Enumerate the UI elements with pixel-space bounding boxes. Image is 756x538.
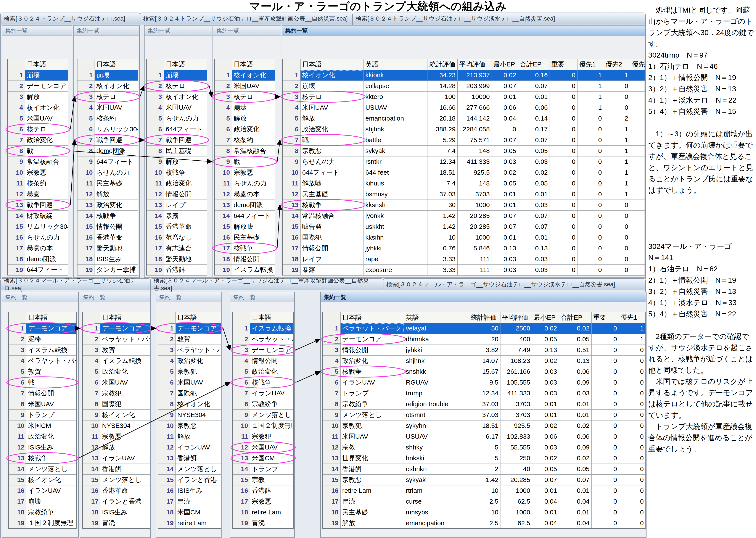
- panel-titlebar[interactable]: 集約一覧: [80, 292, 150, 302]
- table-row[interactable]: 9NYSE304: [158, 409, 221, 420]
- column-header[interactable]: 日本語: [100, 312, 150, 323]
- table-row[interactable]: 15メンツ落とし: [82, 474, 150, 485]
- table-row[interactable]: 14メンツ落とし: [8, 463, 76, 474]
- table-row[interactable]: 4米国UAV: [77, 102, 138, 113]
- table-row[interactable]: 17有志連合: [146, 243, 207, 254]
- table-row[interactable]: 5核条約: [77, 113, 138, 124]
- table-row[interactable]: 7イランUAV: [232, 388, 294, 399]
- table-row[interactable]: 15嘘告発uskkht1.4220.2850.070.07000: [282, 221, 645, 232]
- table-row[interactable]: 19イスラム転換: [215, 264, 275, 275]
- table-row[interactable]: 12宗教shhky555.5550.030.0900: [323, 442, 646, 453]
- table-row[interactable]: 9メンツ落としotsmnt37.0337030.010.0100: [323, 409, 646, 420]
- table-row[interactable]: 9戦: [215, 156, 275, 167]
- table-row[interactable]: 4政治変化shjhnk14.07108.230.020.1300: [323, 355, 646, 366]
- table-row[interactable]: 11宗教犯: [232, 431, 294, 442]
- table-row[interactable]: 11政治変化: [146, 178, 207, 189]
- table-row[interactable]: 8米国UAV: [8, 399, 76, 409]
- table-row[interactable]: 15宗教: [232, 474, 294, 485]
- table-row[interactable]: 17情報公開jyhkki0.765.8460.130.13000: [282, 243, 645, 254]
- table-row[interactable]: 19解放emancipation2.562.50.040.0400: [323, 518, 646, 528]
- table-row[interactable]: 5解放: [215, 113, 275, 124]
- table-row[interactable]: 6米国UAV: [82, 377, 150, 388]
- window-titlebar[interactable]: 検索[３０２４マール・ア・ラーゴ__サウジ石油テロ__軍産攻撃計画公表__自然災…: [151, 279, 383, 290]
- table-row[interactable]: 10644フィート644 feet18.51925.50.020.02001: [282, 167, 645, 178]
- table-row[interactable]: 17宗教悪: [232, 496, 294, 507]
- table-row[interactable]: 19タンカー拿捕: [77, 264, 138, 275]
- table-row[interactable]: 1デーモンコア: [82, 323, 150, 334]
- table-row[interactable]: 1核イオン化: [215, 70, 275, 81]
- column-header[interactable]: 英語: [404, 312, 469, 323]
- table-row[interactable]: 8核イオン化: [158, 399, 221, 409]
- panel-titlebar[interactable]: 集約一覧: [156, 292, 221, 302]
- table-row[interactable]: 5米国UAV: [8, 113, 68, 124]
- table-row[interactable]: 15リムリック304: [8, 221, 68, 232]
- table-row[interactable]: 15核イオン化: [8, 474, 76, 485]
- table-row[interactable]: 2敦賀: [158, 334, 221, 345]
- table-row[interactable]: 3イスラム転換: [8, 345, 76, 355]
- column-header[interactable]: 優先: [630, 59, 645, 70]
- table-row[interactable]: 11解放: [158, 431, 221, 442]
- table-row[interactable]: 3敦賀: [82, 345, 150, 355]
- table-row[interactable]: 17核戦争: [215, 243, 275, 254]
- table-row[interactable]: 19暴露exposure3.331110.030.03000: [282, 264, 645, 275]
- table-row[interactable]: 7トランプtrump12.34411.3330.030.0300: [323, 388, 646, 399]
- table-row[interactable]: 17冒涜: [158, 496, 221, 507]
- table-row[interactable]: 12暴露の本: [215, 189, 275, 199]
- table-row[interactable]: 14トランプ: [232, 463, 294, 474]
- table-row[interactable]: 6644フィート: [146, 124, 207, 134]
- column-header[interactable]: 最小EP: [492, 59, 518, 70]
- table-row[interactable]: 14暴露: [146, 210, 207, 221]
- table-row[interactable]: 5政治変化: [232, 366, 294, 377]
- table-row[interactable]: 19644フィート: [8, 264, 68, 275]
- table-row[interactable]: 12解放: [77, 189, 138, 199]
- table-row[interactable]: 8国際犯: [82, 399, 150, 409]
- table-row[interactable]: 16香港革命: [82, 485, 150, 496]
- table-row[interactable]: 14核戦争: [77, 210, 138, 221]
- table-row[interactable]: 10宗教悪: [215, 167, 275, 178]
- table-row[interactable]: 15解放嘘: [215, 221, 275, 232]
- table-row[interactable]: 7戦争回避: [77, 134, 138, 145]
- panel-titlebar[interactable]: 集約一覧: [144, 26, 212, 36]
- table-row[interactable]: 18ISIS生み: [77, 254, 138, 264]
- table-row[interactable]: 11米国UAVUSUAV6.17102.8330.060.0600: [323, 431, 646, 442]
- table-row[interactable]: 17崩壊: [8, 496, 76, 507]
- table-row[interactable]: 8常温核融合: [215, 145, 275, 156]
- table-row[interactable]: 3デーモンコア: [232, 345, 294, 355]
- column-header[interactable]: 日本語: [250, 312, 294, 323]
- window-titlebar[interactable]: 検索[３０２４マール・ア・ラーゴ__サウジ石油テロ__サウジ淡水テロ__自然災害…: [383, 279, 645, 290]
- column-header[interactable]: 平均評価: [457, 59, 492, 70]
- table-row[interactable]: 3核イオン化: [146, 91, 207, 102]
- table-row[interactable]: 7国際犯: [158, 388, 221, 399]
- table-row[interactable]: 11解放嘘kihuus7.41480.050.05001: [282, 178, 645, 189]
- table-row[interactable]: 11宗教悪: [82, 431, 150, 442]
- panel-titlebar[interactable]: 集約一覧: [230, 292, 294, 302]
- table-row[interactable]: 18驚天動地: [146, 254, 207, 264]
- column-header[interactable]: 合計EP: [518, 59, 550, 70]
- table-row[interactable]: 8宗教紛争religion trouble37.0337030.010.0100: [323, 399, 646, 409]
- table-row[interactable]: 13核戦争kksnsh3010000.010.03000: [282, 199, 645, 210]
- column-header[interactable]: 英語: [364, 59, 428, 70]
- table-row[interactable]: 15イランと香港: [158, 474, 221, 485]
- column-header[interactable]: 日本語: [26, 312, 76, 323]
- table-row[interactable]: 2米国UAV: [215, 81, 275, 91]
- column-header[interactable]: 優先2: [604, 59, 630, 70]
- column-header[interactable]: 優先1: [577, 59, 604, 70]
- column-header[interactable]: 日本語: [25, 59, 68, 70]
- panel-titlebar[interactable]: 集約一覧: [2, 292, 78, 302]
- table-row[interactable]: 8民主基礎: [146, 145, 207, 156]
- table-row[interactable]: 4核イオン化: [8, 102, 68, 113]
- table-row[interactable]: 10NYSE304: [82, 420, 150, 431]
- table-row[interactable]: 2崩壊collapse14.28203.9990.070.07010: [282, 81, 645, 91]
- table-row[interactable]: 12暴露: [8, 189, 68, 199]
- table-row[interactable]: 2デーモンコア: [8, 81, 68, 91]
- table-row[interactable]: 12米国UAV: [232, 442, 294, 453]
- table-row[interactable]: 2核イオン化: [77, 81, 138, 91]
- table-row[interactable]: 12解放: [82, 442, 150, 453]
- table-row[interactable]: 14常温核融合jyonkk1.4220.2850.070.07000: [282, 210, 645, 221]
- table-row[interactable]: 13戦争回避: [8, 199, 68, 210]
- table-row[interactable]: 3核テロkktero100100000.010.01010: [282, 91, 645, 102]
- table-row[interactable]: 6政治変化shjhnk388.292284.05800.17001: [282, 124, 645, 134]
- table-row[interactable]: 7戦battle5.2975.5710.070.07001: [282, 134, 645, 145]
- table-row[interactable]: 6リムリック304: [77, 124, 138, 134]
- table-row[interactable]: 16らせんの力: [8, 232, 68, 243]
